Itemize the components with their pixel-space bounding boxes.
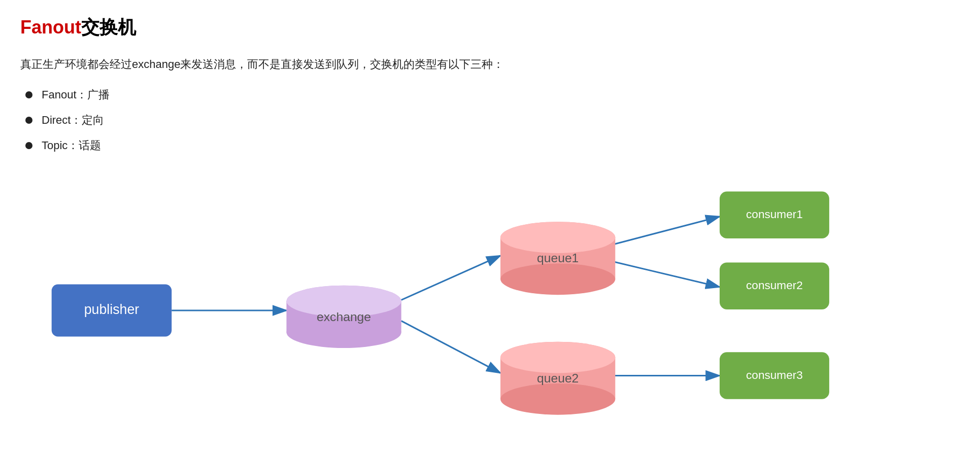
queue1-top-highlight [500, 222, 615, 253]
arrow-exchange-queue1 [401, 256, 500, 300]
bullet-list: Fanout：广播 Direct：定向 Topic：话题 [25, 87, 960, 153]
consumer1-label: consumer1 [746, 208, 803, 221]
consumer2-label: consumer2 [746, 279, 803, 292]
bullet-item-fanout: Fanout：广播 [25, 87, 960, 102]
queue2-top-highlight [500, 342, 615, 373]
queue1-label: queue1 [537, 252, 579, 265]
diagram-area: publisher exchange queue1 queue2 consume… [20, 163, 960, 454]
title-fanout: Fanout [20, 17, 81, 38]
title-rest: 交换机 [81, 17, 136, 38]
bullet-fanout-label: Fanout：广播 [42, 87, 110, 102]
bullet-item-direct: Direct：定向 [25, 113, 960, 128]
bullet-topic-label: Topic：话题 [42, 138, 101, 153]
bullet-item-topic: Topic：话题 [25, 138, 960, 153]
diagram-svg: publisher exchange queue1 queue2 consume… [20, 163, 960, 454]
queue1-bottom-ellipse [500, 264, 615, 295]
bullet-direct-label: Direct：定向 [42, 113, 104, 128]
queue2-label: queue2 [537, 371, 579, 385]
queue2-bottom-ellipse [500, 383, 615, 415]
bullet-dot [25, 117, 32, 124]
bullet-dot [25, 91, 32, 98]
bullet-dot [25, 142, 32, 149]
description-text: 真正生产环境都会经过exchange来发送消息，而不是直接发送到队列，交换机的类… [20, 55, 960, 73]
arrow-exchange-queue2 [401, 321, 500, 373]
arrow-queue1-consumer2 [610, 261, 720, 287]
arrow-queue1-consumer1 [610, 217, 720, 246]
publisher-label: publisher [84, 302, 140, 317]
consumer3-label: consumer3 [746, 369, 803, 381]
page-title: Fanout交换机 [20, 15, 960, 40]
exchange-label: exchange [317, 310, 371, 324]
